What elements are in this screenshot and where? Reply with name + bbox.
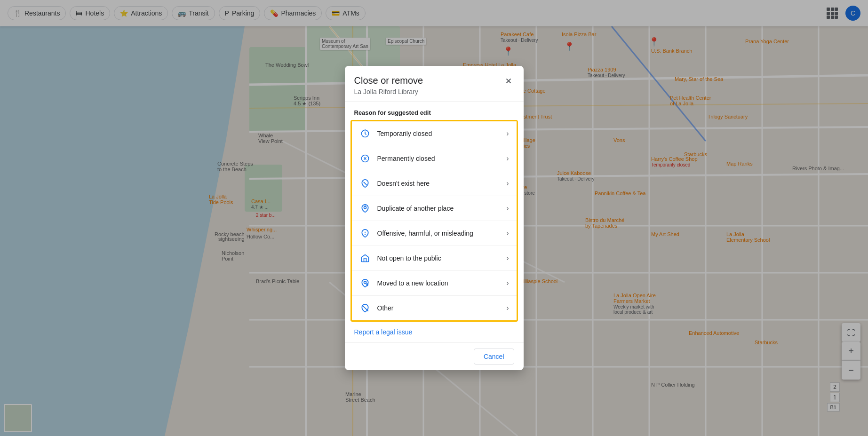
option-label-other: Other xyxy=(377,304,503,312)
option-label-duplicate: Duplicate of another place xyxy=(377,205,503,212)
dialog-subtitle: La Jolla Riford Library xyxy=(354,88,514,95)
close-remove-dialog: Close or remove La Jolla Riford Library … xyxy=(345,66,524,370)
option-icon-other xyxy=(359,302,371,314)
dialog-section-label: Reason for suggested edit xyxy=(345,102,524,120)
dialog-footer: Cancel xyxy=(345,342,524,370)
option-chevron-offensive: › xyxy=(506,229,509,238)
option-chevron-other: › xyxy=(506,304,509,312)
option-label-doesnt-exist: Doesn't exist here xyxy=(377,180,503,187)
option-item-permanently-closed[interactable]: Permanently closed › xyxy=(352,146,517,171)
svg-point-41 xyxy=(365,234,365,235)
dialog-header: Close or remove La Jolla Riford Library xyxy=(345,66,524,102)
cancel-button[interactable]: Cancel xyxy=(474,349,514,365)
option-chevron-doesnt-exist: › xyxy=(506,179,509,188)
option-item-other[interactable]: Other › xyxy=(352,296,517,320)
option-label-offensive: Offensive, harmful, or misleading xyxy=(377,230,503,237)
dialog-close-button[interactable] xyxy=(501,73,516,88)
option-item-duplicate[interactable]: Duplicate of another place › xyxy=(352,196,517,221)
option-item-not-public[interactable]: Not open to the public › xyxy=(352,246,517,271)
option-label-temporarily-closed: Temporarily closed xyxy=(377,130,503,137)
option-chevron-temporarily-closed: › xyxy=(506,129,509,138)
option-icon-not-public xyxy=(359,253,371,264)
option-chevron-moved: › xyxy=(506,279,509,287)
option-label-moved: Moved to a new location xyxy=(377,279,503,287)
option-icon-doesnt-exist xyxy=(359,178,371,189)
svg-point-42 xyxy=(364,281,366,284)
svg-line-36 xyxy=(363,182,366,185)
option-item-moved[interactable]: Moved to a new location › xyxy=(352,271,517,296)
option-chevron-duplicate: › xyxy=(506,204,509,213)
option-icon-duplicate xyxy=(359,203,371,214)
legal-link[interactable]: Report a legal issue xyxy=(345,322,524,342)
option-label-permanently-closed: Permanently closed xyxy=(377,155,503,162)
option-icon-permanently-closed xyxy=(359,153,371,164)
option-icon-offensive xyxy=(359,228,371,239)
svg-point-37 xyxy=(364,206,366,209)
option-item-offensive[interactable]: Offensive, harmful, or misleading › xyxy=(352,221,517,246)
option-chevron-permanently-closed: › xyxy=(506,154,509,163)
option-item-doesnt-exist[interactable]: Doesn't exist here › xyxy=(352,171,517,196)
option-label-not-public: Not open to the public xyxy=(377,254,503,262)
dialog-title: Close or remove xyxy=(354,75,514,86)
option-icon-temporarily-closed xyxy=(359,128,371,139)
options-list: Temporarily closed › Permanently closed … xyxy=(350,120,518,322)
option-icon-moved xyxy=(359,277,371,289)
option-item-temporarily-closed[interactable]: Temporarily closed › xyxy=(352,121,517,146)
modal-overlay: Close or remove La Jolla Riford Library … xyxy=(0,0,868,436)
option-chevron-not-public: › xyxy=(506,254,509,262)
